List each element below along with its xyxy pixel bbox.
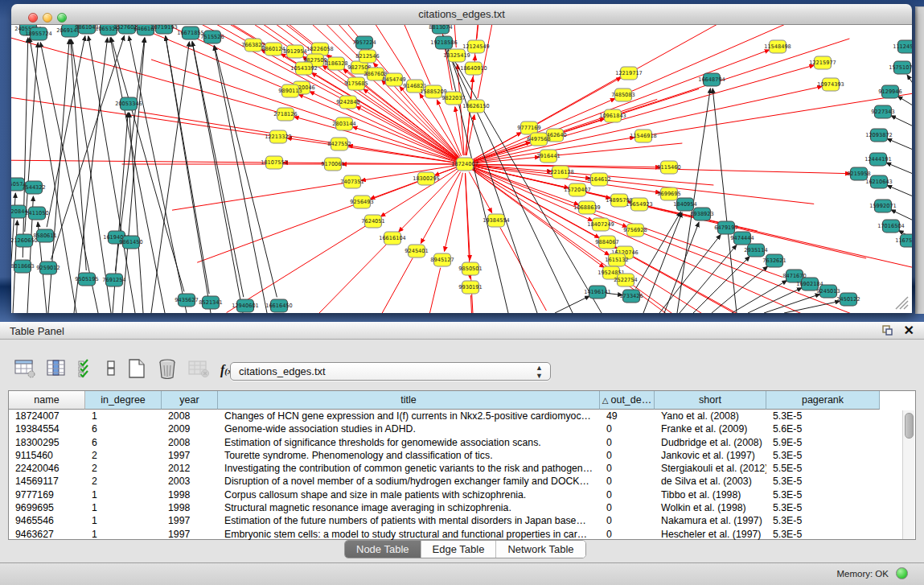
table-row[interactable]: 946362711997Embryonic stem cells: a mode… xyxy=(9,528,904,541)
table-cell[interactable]: 18724007 xyxy=(9,410,85,422)
table-row[interactable]: 969969511998Structural magnetic resonanc… xyxy=(9,501,904,514)
column-header-title[interactable]: title xyxy=(218,391,600,410)
table-cell[interactable]: 9463627 xyxy=(9,528,85,541)
table-cell[interactable]: 2008 xyxy=(162,410,218,422)
table-cell[interactable]: Stergiakouli et al. (2012) xyxy=(655,462,766,475)
show-columns-icon[interactable] xyxy=(47,359,67,381)
table-cell[interactable]: 6 xyxy=(85,422,162,435)
table-cell[interactable]: 5.3E-5 xyxy=(766,488,880,501)
table-cell[interactable]: 0 xyxy=(600,449,655,462)
table-cell[interactable]: 2 xyxy=(85,462,162,475)
table-cell[interactable]: 49 xyxy=(600,410,655,422)
float-panel-icon[interactable] xyxy=(881,324,893,340)
column-header-name[interactable]: name xyxy=(9,391,85,410)
table-cell[interactable]: 1997 xyxy=(162,449,218,462)
table-cell[interactable]: 0 xyxy=(600,488,655,501)
table-cell[interactable]: Embryonic stem cells: a model to study s… xyxy=(218,528,600,541)
table-cell[interactable]: Hescheler et al. (1997) xyxy=(655,528,766,541)
table-cell[interactable]: 1 xyxy=(85,488,162,501)
table-cell[interactable]: Jankovic et al. (1997) xyxy=(655,449,766,462)
table-cell[interactable]: 2012 xyxy=(162,462,218,475)
table-row[interactable]: 1456911722003Disruption of a novel membe… xyxy=(9,475,904,488)
table-cell[interactable]: 0 xyxy=(600,528,655,541)
vertical-scrollbar[interactable] xyxy=(902,410,914,539)
table-cell[interactable]: Genome-wide association studies in ADHD. xyxy=(218,422,600,435)
table-cell[interactable]: 5.3E-5 xyxy=(766,449,880,462)
table-cell[interactable]: 0 xyxy=(600,514,655,527)
table-cell[interactable]: Wolkin et al. (1998) xyxy=(655,501,766,514)
column-header-pagerank[interactable]: pagerank xyxy=(766,391,880,410)
scrollbar-thumb[interactable] xyxy=(905,413,914,439)
table-cell[interactable]: 1997 xyxy=(162,528,218,541)
rows-icon[interactable] xyxy=(105,359,117,381)
column-header-short[interactable]: short xyxy=(655,391,766,410)
table-row[interactable]: 1938455462009Genome-wide association stu… xyxy=(9,422,904,435)
table-cell[interactable]: 9699695 xyxy=(9,501,85,514)
table-cell[interactable]: 14569117 xyxy=(9,475,85,488)
table-cell[interactable]: Investigating the contribution of common… xyxy=(218,462,600,475)
delete-column-icon[interactable] xyxy=(157,358,178,382)
table-cell[interactable]: 5.9E-5 xyxy=(766,436,880,449)
column-header-year[interactable]: year xyxy=(162,391,218,410)
table-cell[interactable]: 1 xyxy=(85,410,162,422)
new-column-icon[interactable] xyxy=(127,358,146,382)
table-cell[interactable]: 0 xyxy=(600,422,655,435)
tab-network-table[interactable]: Network Table xyxy=(496,541,585,558)
network-canvas[interactable]: 1872400776638228860124891295418226058982… xyxy=(11,25,912,313)
table-cell[interactable]: 0 xyxy=(600,436,655,449)
table-cell[interactable]: Tibbo et al. (1998) xyxy=(655,488,766,501)
table-cell[interactable]: 6 xyxy=(85,436,162,449)
table-cell[interactable]: 9777169 xyxy=(9,488,85,501)
table-cell[interactable]: Franke et al. (2009) xyxy=(655,422,766,435)
table-row[interactable]: 911546021997Tourette syndrome. Phenomeno… xyxy=(9,449,904,462)
network-window[interactable]: citations_edges.txt 18724007766382288601… xyxy=(11,4,912,313)
table-cell[interactable]: Estimation of the future numbers of pati… xyxy=(218,514,600,527)
table-cell[interactable]: 1 xyxy=(85,528,162,541)
table-cell[interactable]: 9465546 xyxy=(9,514,85,527)
table-cell[interactable]: Yano et al. (2008) xyxy=(655,410,766,422)
table-cell[interactable]: 2 xyxy=(85,475,162,488)
table-cell[interactable]: Changes of HCN gene expression and I(f) … xyxy=(218,410,600,422)
table-cell[interactable]: Nakamura et al. (1997) xyxy=(655,514,766,527)
table-row[interactable]: 946554611997Estimation of the future num… xyxy=(9,514,904,527)
table-cell[interactable]: Disruption of a novel member of a sodium… xyxy=(218,475,600,488)
network-graph[interactable]: 1872400776638228860124891295418226058982… xyxy=(11,25,912,313)
table-mode-icon[interactable] xyxy=(14,359,36,381)
tab-node-table[interactable]: Node Table xyxy=(345,541,421,558)
table-selector-dropdown[interactable]: citations_edges.txt ▲▼ xyxy=(230,362,551,381)
close-panel-icon[interactable]: ✕ xyxy=(904,323,914,338)
table-row[interactable]: 977716911998Corpus callosum shape and si… xyxy=(9,488,904,501)
table-cell[interactable]: 0 xyxy=(600,462,655,475)
table-cell[interactable]: 5.3E-5 xyxy=(766,528,880,541)
table-cell[interactable]: 0 xyxy=(600,501,655,514)
background-window-edge[interactable] xyxy=(915,6,924,314)
table-cell[interactable]: 1997 xyxy=(162,514,218,527)
table-cell[interactable]: 5.3E-5 xyxy=(766,514,880,527)
table-cell[interactable]: 2003 xyxy=(162,475,218,488)
table-cell[interactable]: 9115460 xyxy=(9,449,85,462)
table-row[interactable]: 1830029562008Estimation of significance … xyxy=(9,436,904,449)
table-cell[interactable]: Corpus callosum shape and size in male p… xyxy=(218,488,600,501)
table-cell[interactable]: 2008 xyxy=(162,436,218,449)
table-row[interactable]: 1872400712008Changes of HCN gene express… xyxy=(9,410,904,422)
table-cell[interactable]: 1998 xyxy=(162,488,218,501)
table-cell[interactable]: 0 xyxy=(600,475,655,488)
table-cell[interactable]: 5.5E-5 xyxy=(766,462,880,475)
table-row[interactable]: 2242004622012Investigating the contribut… xyxy=(9,462,904,475)
table-cell[interactable]: 18300295 xyxy=(9,436,85,449)
table-cell[interactable]: 19384554 xyxy=(9,422,85,435)
table-cell[interactable]: 1 xyxy=(85,501,162,514)
resize-grip-icon[interactable] xyxy=(894,295,909,310)
table-cell[interactable]: 5.3E-5 xyxy=(766,501,880,514)
column-header-in_degree[interactable]: in_degree xyxy=(85,391,162,410)
table-cell[interactable]: 22420046 xyxy=(9,462,85,475)
table-cell[interactable]: Tourette syndrome. Phenomenology and cla… xyxy=(218,449,600,462)
network-window-titlebar[interactable]: citations_edges.txt xyxy=(11,4,912,25)
memory-status-indicator[interactable] xyxy=(896,567,908,579)
table-cell[interactable]: 5.3E-5 xyxy=(766,410,880,422)
table-cell[interactable]: 5.6E-5 xyxy=(766,422,880,435)
column-header-out_de[interactable]: △out_de… xyxy=(600,391,655,410)
table-cell[interactable]: 1 xyxy=(85,514,162,527)
table-cell[interactable]: Dudbridge et al. (2008) xyxy=(655,436,766,449)
table-cell[interactable]: 2009 xyxy=(162,422,218,435)
